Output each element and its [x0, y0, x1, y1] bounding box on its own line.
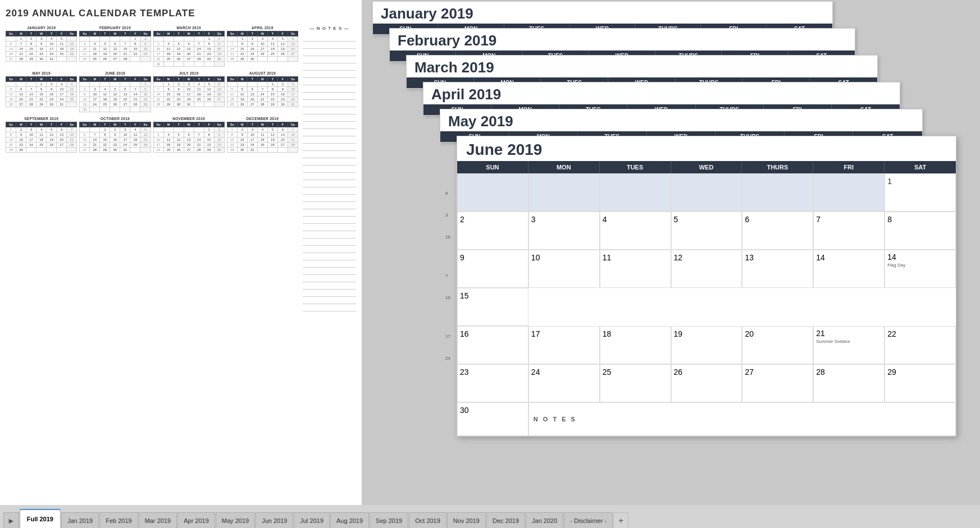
tab-jun2019[interactable]: Jun 2019 [256, 512, 293, 528]
tab-jan2020[interactable]: Jan 2020 [526, 512, 563, 528]
tab-full2019[interactable]: Full 2019 [20, 509, 61, 528]
tab-jul2019[interactable]: Jul 2019 [294, 512, 330, 528]
mini-cal-aug2019: AUGUST 2019SuMTWTFSa12345678910111213141… [227, 71, 298, 112]
mini-cal-dec2019: DECEMBER 2019SuMTWTFSa123456789101112131… [227, 117, 298, 153]
mini-cal-sep2019: SEPTEMBER 2019SuMTWTFSa12345678910111213… [6, 117, 77, 153]
tab-apr2019[interactable]: Apr 2019 [177, 512, 215, 528]
left-panel: 2019 ANNUAL CALENDAR TEMPLATE JANUARY 20… [0, 0, 362, 505]
notes-label: N O T E S [534, 416, 577, 423]
side-labels: 6 3 10 7 10 17 24 [445, 191, 457, 361]
tab-nov2019[interactable]: Nov 2019 [447, 512, 486, 528]
june-week-3: 9 10 11 12 13 14 14 Flag Day 15 [457, 250, 956, 326]
mini-cal-apr2019: APRIL 2019SuMTWTFSa123456789101112131415… [227, 26, 298, 67]
mini-calendar-row-1: JANUARY 2019SuMTWTFSa1234567891011121314… [6, 26, 298, 67]
notes-header: — N O T E S — [303, 26, 356, 31]
mini-cal-oct2019: OCTOBER 2019SuMTWTFSa1234567891011121314… [79, 117, 151, 153]
mini-cal-may2019: MAY 2019SuMTWTFSa12345678910111213141516… [6, 71, 77, 112]
tab-add[interactable]: + [613, 512, 628, 528]
mini-cal-jul2019: JULY 2019SuMTWTFSa1234567891011121314151… [153, 71, 225, 112]
june-week-4: 16 17 18 19 20 21 Summer Solstice 22 [457, 326, 956, 364]
june-header: SUN MON TUES WED THURS FRI SAT [457, 161, 956, 173]
tab-feb2019[interactable]: Feb 2019 [99, 512, 138, 528]
june-week-1: 1 [457, 173, 956, 212]
tab-bar: ► Full 2019 Jan 2019 Feb 2019 Mar 2019 A… [0, 505, 980, 528]
june-week-5: 23 24 25 26 27 28 29 [457, 364, 956, 402]
tab-may2019[interactable]: May 2019 [216, 512, 255, 528]
tab-oct2019[interactable]: Oct 2019 [409, 512, 446, 528]
feb-title: February 2019 [390, 29, 855, 50]
june-title: June 2019 [457, 136, 956, 161]
tab-jan2019[interactable]: Jan 2019 [61, 512, 99, 528]
tab-icon-left[interactable]: ► [3, 512, 19, 528]
mini-cal-feb2019: FEBRUARY 2019SuMTWTFSa123456789101112131… [79, 26, 151, 67]
tab-disclaimer[interactable]: - Disclaimer - [564, 512, 613, 528]
mini-calendars-section: JANUARY 2019SuMTWTFSa1234567891011121314… [6, 26, 298, 311]
mini-cal-jun2019: JUNE 2019SuMTWTFSa1234567891011121314151… [79, 71, 151, 112]
mini-cal-jan2019: JANUARY 2019SuMTWTFSa1234567891011121314… [6, 26, 77, 67]
tab-mar2019[interactable]: Mar 2019 [139, 512, 177, 528]
tab-aug2019[interactable]: Aug 2019 [330, 512, 369, 528]
mini-cal-nov2019: NOVEMBER 2019SuMTWTFSa123456789101112131… [153, 117, 225, 153]
june-card: June 2019 SUN MON TUES WED THURS FRI SAT [457, 136, 956, 437]
mini-calendar-row-2: MAY 2019SuMTWTFSa12345678910111213141516… [6, 71, 298, 112]
mini-cal-mar2019: MARCH 2019SuMTWTFSa123456789101112131415… [153, 26, 225, 67]
mini-calendar-row-3: SEPTEMBER 2019SuMTWTFSa12345678910111213… [6, 117, 298, 153]
tab-sep2019[interactable]: Sep 2019 [370, 512, 408, 528]
june-week-2: 2 3 4 5 6 7 8 [457, 212, 956, 250]
notes-section: — N O T E S — [303, 26, 356, 311]
day-1: 1 [887, 177, 892, 186]
right-panel: January 2019 SUN MON TUES WED THURS FRI … [362, 0, 980, 505]
june-week-6: 30 N O T E S [457, 402, 956, 436]
page-title: 2019 ANNUAL CALENDAR TEMPLATE [6, 8, 356, 19]
tab-dec2019[interactable]: Dec 2019 [486, 512, 525, 528]
